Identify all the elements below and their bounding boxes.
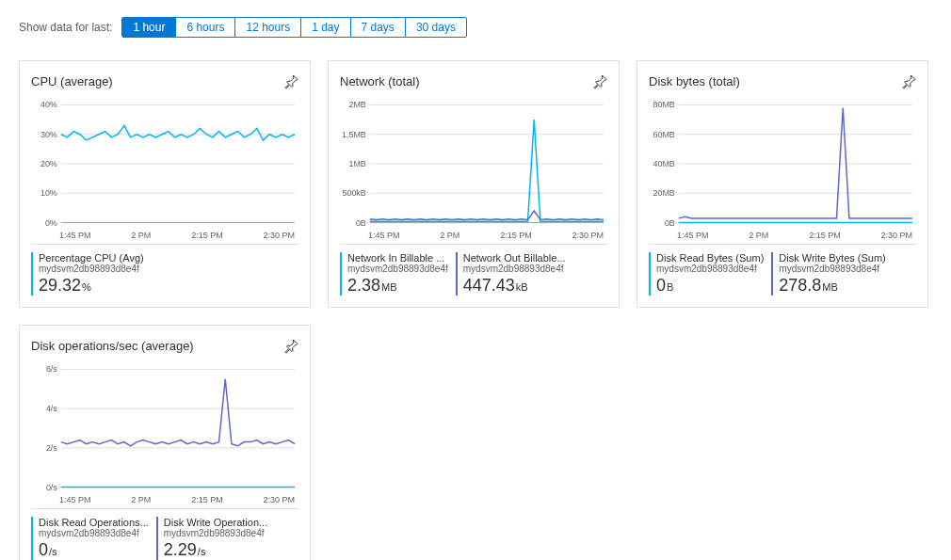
metric-resource: mydsvm2db98893d8e4f <box>39 264 144 274</box>
metric-resource: mydsvm2db98893d8e4f <box>779 264 885 274</box>
svg-text:1MB: 1MB <box>348 159 365 168</box>
svg-text:0%: 0% <box>45 218 57 228</box>
metric: Network Out Billable...mydsvm2db98893d8e… <box>456 252 566 296</box>
x-tick-label: 2 PM <box>131 231 151 240</box>
svg-text:500kB: 500kB <box>342 188 365 198</box>
time-range-button[interactable]: 6 hours <box>176 18 235 37</box>
svg-text:2MB: 2MB <box>348 100 365 109</box>
chart-plot[interactable]: 2MB1.5MB1MB500kB0B <box>340 99 607 229</box>
svg-text:0B: 0B <box>356 218 366 228</box>
x-tick-label: 2:30 PM <box>880 231 912 240</box>
chart-plot[interactable]: 6/s4/s2/s0/s <box>31 363 298 493</box>
x-tick-label: 2 PM <box>440 231 459 240</box>
svg-text:6/s: 6/s <box>46 364 57 374</box>
x-tick-label: 2:15 PM <box>191 231 223 240</box>
metric-unit: /s <box>49 546 57 557</box>
metric-unit: MB <box>822 281 838 293</box>
metric-name: Network Out Billable... <box>463 252 566 264</box>
metric-value: 2.29/s <box>164 540 267 560</box>
metric-name: Disk Write Bytes (Sum) <box>779 252 885 264</box>
pin-icon[interactable] <box>592 74 607 89</box>
svg-text:60MB: 60MB <box>653 130 674 139</box>
chart-x-axis: 1:45 PM2 PM2:15 PM2:30 PM <box>31 493 298 509</box>
metric-value: 29.32% <box>39 276 144 296</box>
metric-name: Disk Read Operations... <box>39 517 149 528</box>
metric-value: 447.43kB <box>463 276 566 296</box>
metric-resource: mydsvm2db98893d8e4f <box>39 528 149 538</box>
metric: Disk Write Bytes (Sum)mydsvm2db98893d8e4… <box>771 252 885 296</box>
metric: Disk Read Bytes (Sum)mydsvm2db98893d8e4f… <box>649 252 764 296</box>
metrics-row: Percentage CPU (Avg)mydsvm2db98893d8e4f2… <box>31 252 298 296</box>
metric-unit: /s <box>198 546 206 557</box>
x-tick-label: 2:30 PM <box>263 495 295 504</box>
metric-name: Percentage CPU (Avg) <box>39 252 144 264</box>
metric: Network In Billable ...mydsvm2db98893d8e… <box>340 252 448 296</box>
time-range-label: Show data for last: <box>19 21 112 34</box>
x-tick-label: 2:30 PM <box>572 231 604 240</box>
metric-resource: mydsvm2db98893d8e4f <box>656 264 764 274</box>
metric-value: 278.8MB <box>779 276 885 296</box>
svg-text:80MB: 80MB <box>653 100 674 109</box>
metrics-row: Disk Read Bytes (Sum)mydsvm2db98893d8e4f… <box>649 252 916 296</box>
metric-name: Disk Read Bytes (Sum) <box>656 252 764 264</box>
chart-x-axis: 1:45 PM2 PM2:15 PM2:30 PM <box>340 229 607 245</box>
svg-text:40MB: 40MB <box>653 159 674 168</box>
metrics-row: Network In Billable ...mydsvm2db98893d8e… <box>340 252 607 296</box>
metric-resource: mydsvm2db98893d8e4f <box>463 264 566 274</box>
x-tick-label: 2:30 PM <box>263 231 295 240</box>
time-range-button[interactable]: 1 hour <box>122 18 176 37</box>
chart-card: CPU (average)40%30%20%10%0%1:45 PM2 PM2:… <box>19 60 311 308</box>
pin-icon[interactable] <box>283 339 298 354</box>
metric-unit: MB <box>381 281 397 293</box>
time-range-button[interactable]: 7 days <box>351 18 406 37</box>
metric-name: Network In Billable ... <box>347 252 448 264</box>
chart-title: CPU (average) <box>31 74 113 88</box>
x-tick-label: 2 PM <box>131 495 151 504</box>
svg-text:2/s: 2/s <box>46 443 57 453</box>
svg-text:30%: 30% <box>40 130 57 139</box>
metric-unit: kB <box>516 281 528 293</box>
svg-text:0B: 0B <box>665 218 675 228</box>
metric-value: 0/s <box>39 540 149 560</box>
chart-title: Disk bytes (total) <box>649 74 740 88</box>
chart-x-axis: 1:45 PM2 PM2:15 PM2:30 PM <box>31 229 298 245</box>
metric-unit: B <box>667 281 673 293</box>
time-range-button[interactable]: 30 days <box>406 18 466 37</box>
metric: Percentage CPU (Avg)mydsvm2db98893d8e4f2… <box>31 252 144 296</box>
svg-text:1.5MB: 1.5MB <box>342 130 366 139</box>
pin-icon[interactable] <box>283 74 298 89</box>
x-tick-label: 1:45 PM <box>59 231 91 240</box>
svg-text:20%: 20% <box>40 159 57 168</box>
x-tick-label: 1:45 PM <box>59 495 91 504</box>
chart-card: Disk operations/sec (average)6/s4/s2/s0/… <box>19 325 311 560</box>
metric-value: 0B <box>656 276 764 296</box>
metric-name: Disk Write Operation... <box>164 517 267 528</box>
metrics-row: Disk Read Operations...mydsvm2db98893d8e… <box>31 517 298 560</box>
time-range-group: 1 hour6 hours12 hours1 day7 days30 days <box>121 17 467 38</box>
chart-cards-container: CPU (average)40%30%20%10%0%1:45 PM2 PM2:… <box>9 60 942 560</box>
time-range-toolbar: Show data for last: 1 hour6 hours12 hour… <box>9 17 942 38</box>
metric-value: 2.38MB <box>347 276 448 296</box>
x-tick-label: 2:15 PM <box>500 231 532 240</box>
metric-resource: mydsvm2db98893d8e4f <box>164 528 267 538</box>
chart-x-axis: 1:45 PM2 PM2:15 PM2:30 PM <box>649 229 916 245</box>
time-range-button[interactable]: 1 day <box>301 18 350 37</box>
chart-title: Network (total) <box>340 74 420 88</box>
svg-text:40%: 40% <box>40 100 57 109</box>
x-tick-label: 1:45 PM <box>368 231 400 240</box>
svg-text:10%: 10% <box>40 188 57 198</box>
x-tick-label: 2:15 PM <box>809 231 841 240</box>
metric: Disk Read Operations...mydsvm2db98893d8e… <box>31 517 149 560</box>
pin-icon[interactable] <box>901 74 916 89</box>
x-tick-label: 2:15 PM <box>191 495 223 504</box>
chart-card: Disk bytes (total)80MB60MB40MB20MB0B1:45… <box>637 60 928 308</box>
chart-card: Network (total)2MB1.5MB1MB500kB0B1:45 PM… <box>328 60 620 308</box>
svg-text:4/s: 4/s <box>46 404 57 413</box>
x-tick-label: 2 PM <box>749 231 768 240</box>
metric-resource: mydsvm2db98893d8e4f <box>347 264 448 274</box>
metric-unit: % <box>82 281 91 293</box>
time-range-button[interactable]: 12 hours <box>235 18 301 37</box>
x-tick-label: 1:45 PM <box>677 231 709 240</box>
chart-plot[interactable]: 40%30%20%10%0% <box>31 99 298 229</box>
chart-plot[interactable]: 80MB60MB40MB20MB0B <box>649 99 916 229</box>
